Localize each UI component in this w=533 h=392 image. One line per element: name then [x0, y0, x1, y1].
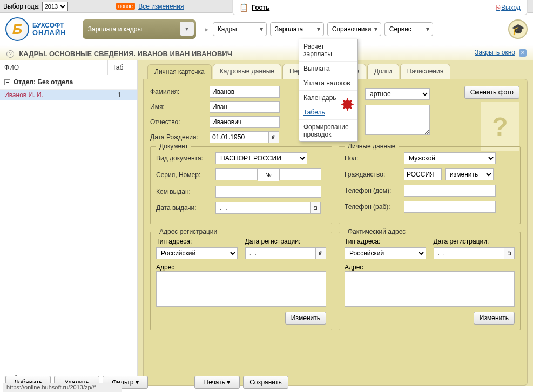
calendar-icon[interactable]: 🗓	[268, 131, 279, 143]
logo-text: БУХСОФТОНЛАЙН	[32, 22, 66, 37]
title-bar: ? КАДРЫ. ОСНОВНЫЕ СВЕДЕНИЯ. ИВАНОВ ИВАН …	[0, 45, 533, 60]
textarea-reg-addr[interactable]	[156, 271, 326, 307]
tab-kadr[interactable]: Кадровые данные	[213, 64, 281, 79]
minus-icon[interactable]: –	[4, 79, 10, 85]
label-doc-ser: Серия, Номер:	[156, 171, 215, 179]
label-doc-vid: Вид документа:	[156, 154, 215, 162]
label-reg-type: Тип адреса:	[156, 238, 238, 245]
reg-change-button[interactable]: Изменить	[285, 312, 326, 325]
legend-reg: Адрес регистрации	[156, 228, 220, 235]
exit-link[interactable]: ⎘Выход	[496, 4, 521, 11]
logo-bar: Б БУХСОФТОНЛАЙН Зарплата и кадры ▾ ▸ Кад…	[0, 13, 533, 45]
dept-row[interactable]: – Отдел: Без отдела	[0, 75, 137, 90]
select-doc-vid[interactable]: ПАСПОРТ РОССИИ	[215, 152, 307, 164]
calendar-icon[interactable]: 🗓	[504, 247, 515, 259]
select-sex[interactable]: Мужской	[404, 152, 496, 164]
chevron-down-icon: ▾	[136, 379, 139, 386]
chevron-down-icon: ▾	[374, 25, 377, 33]
textarea-placebirth[interactable]	[365, 105, 430, 135]
nav-service[interactable]: Сервис▾	[384, 22, 433, 36]
label-doc-kem: Кем выдан:	[156, 188, 215, 195]
fact-change-button[interactable]: Изменить	[474, 312, 515, 325]
close-window[interactable]: Закрыть окно ✕	[475, 49, 527, 57]
dd-item-kalendar[interactable]: Календарь	[299, 91, 357, 105]
col-tab[interactable]: Таб	[108, 60, 137, 75]
guest-icon: 📋	[239, 3, 248, 12]
input-citizenship[interactable]	[404, 168, 442, 180]
input-fam[interactable]	[210, 86, 280, 98]
module-combo-label: Зарплата и кадры	[88, 25, 142, 33]
label-phone-home: Телефон (дом):	[345, 187, 404, 194]
label-reg-addr: Адрес	[156, 263, 326, 271]
fieldset-reg-address: Адрес регистрации Тип адреса:Российский …	[150, 232, 332, 330]
input-fact-date[interactable]	[434, 247, 505, 259]
change-photo-button[interactable]: Сменить фото	[464, 86, 519, 99]
input-phone-home[interactable]	[404, 185, 496, 197]
label-fact-type: Тип адреса:	[345, 238, 426, 245]
logo[interactable]: Б БУХСОФТОНЛАЙН	[5, 17, 66, 41]
dd-item-provodki[interactable]: Формирование проводок	[299, 120, 357, 141]
input-name[interactable]	[210, 101, 280, 113]
chevron-down-icon: ▾	[317, 25, 320, 33]
input-doc-ser[interactable]	[215, 168, 258, 180]
select-reg-type[interactable]: Российский	[156, 247, 238, 259]
dd-item-uplata[interactable]: Уплата налогов	[299, 76, 357, 91]
legend-fact: Фактический адрес	[345, 228, 409, 235]
calendar-icon[interactable]: 🗓	[315, 247, 326, 259]
label-numsym: №	[258, 168, 279, 181]
guest-name[interactable]: Гость	[252, 4, 269, 11]
module-combo[interactable]: Зарплата и кадры ▾	[83, 19, 196, 39]
tab-personal[interactable]: Личная карточка	[147, 64, 212, 79]
input-phone-work[interactable]	[404, 201, 496, 213]
nav-zarplata[interactable]: Зарплата▾	[270, 22, 324, 36]
textarea-fact-addr[interactable]	[345, 271, 515, 307]
calendar-icon[interactable]: 🗓	[310, 202, 321, 214]
nav-kadry[interactable]: Кадры▾	[213, 22, 267, 36]
legend-doc: Документ	[156, 143, 191, 150]
arrow-right-icon: ▸	[205, 25, 208, 33]
label-citizenship: Гражданство:	[345, 171, 404, 178]
help-icon[interactable]: ?	[6, 50, 14, 58]
input-otch[interactable]	[210, 116, 280, 128]
left-panel: ФИО Таб – Отдел: Без отдела Иванов И. И.…	[0, 60, 138, 386]
select-typebirth[interactable]: артное	[365, 88, 430, 100]
photo-placeholder: ?	[481, 102, 519, 151]
tab-accruals[interactable]: Начисления	[400, 64, 451, 79]
year-select[interactable]: 2013	[42, 2, 68, 11]
label-reg-date: Дата регистрации:	[245, 238, 327, 245]
tab-debts[interactable]: Долги	[367, 64, 399, 79]
label-phone-work: Телефон (раб):	[345, 203, 404, 211]
save-button[interactable]: Сохранить	[243, 376, 288, 389]
dd-item-raschet[interactable]: Расчет зарплаты	[299, 39, 357, 62]
nav-sprav[interactable]: Справочники▾	[327, 22, 381, 36]
citizenship-change[interactable]: изменить	[445, 168, 494, 180]
input-doc-kem[interactable]	[215, 186, 321, 198]
label-fact-addr: Адрес	[345, 263, 515, 271]
col-fio[interactable]: ФИО	[0, 60, 108, 75]
input-dob[interactable]	[210, 131, 269, 143]
input-doc-date[interactable]	[215, 202, 311, 214]
dd-item-vyplata[interactable]: Выплата	[299, 62, 357, 76]
employee-row[interactable]: Иванов И. И. 1	[0, 90, 137, 100]
label-dob: Дата Рождения:	[150, 133, 210, 141]
label-name: Имя:	[150, 103, 210, 111]
label-sex: Пол:	[345, 154, 404, 162]
new-badge: новое	[116, 3, 135, 10]
main: ФИО Таб – Отдел: Без отдела Иванов И. И.…	[0, 60, 533, 386]
select-fact-type[interactable]: Российский	[345, 247, 426, 259]
label-fact-date: Дата регистрации:	[434, 238, 515, 245]
input-doc-num[interactable]	[279, 168, 321, 180]
close-icon[interactable]: ✕	[519, 49, 527, 57]
fieldset-personal: Личные данные Пол:Мужской Гражданство:из…	[339, 146, 521, 224]
guest-bar: 📋 Гость ⎘Выход	[232, 0, 528, 15]
dd-item-tabel[interactable]: Табель	[299, 105, 357, 120]
dept-label: Отдел: Без отдела	[14, 78, 73, 86]
logo-icon: Б	[5, 17, 29, 41]
label-fam: Фамилия:	[150, 88, 210, 96]
all-changes-link[interactable]: Все изменения	[138, 3, 184, 10]
exit-icon: ⎘	[496, 4, 500, 11]
print-button[interactable]: Печать ▾	[194, 376, 240, 389]
employee-name: Иванов И. И.	[4, 91, 106, 99]
input-reg-date[interactable]	[245, 247, 316, 259]
avatar[interactable]: 🎓	[508, 19, 528, 39]
